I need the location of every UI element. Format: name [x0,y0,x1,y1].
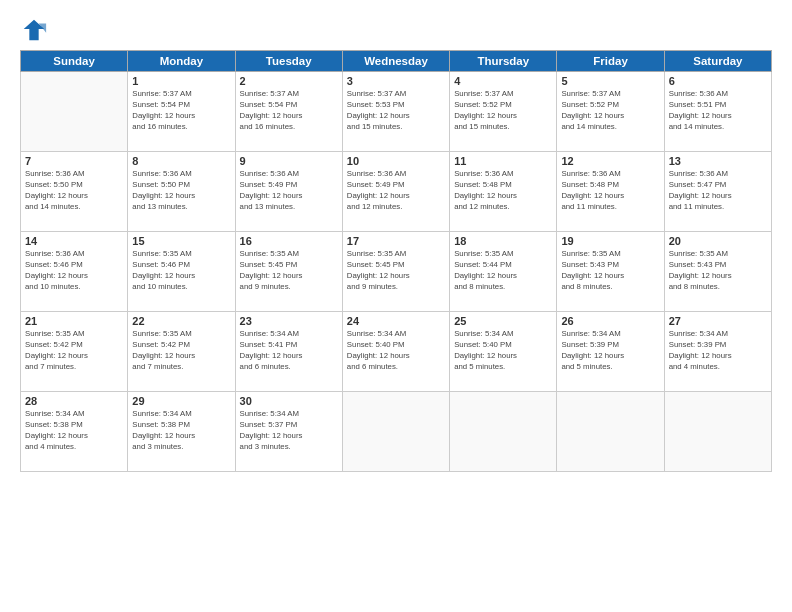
day-number: 28 [25,395,123,407]
day-info: Sunrise: 5:34 AM Sunset: 5:40 PM Dayligh… [454,329,552,373]
calendar-cell: 8Sunrise: 5:36 AM Sunset: 5:50 PM Daylig… [128,152,235,232]
calendar-cell: 5Sunrise: 5:37 AM Sunset: 5:52 PM Daylig… [557,72,664,152]
day-info: Sunrise: 5:37 AM Sunset: 5:52 PM Dayligh… [561,89,659,133]
day-number: 27 [669,315,767,327]
day-number: 16 [240,235,338,247]
logo-icon [20,16,48,44]
week-row-4: 21Sunrise: 5:35 AM Sunset: 5:42 PM Dayli… [21,312,772,392]
day-info: Sunrise: 5:36 AM Sunset: 5:47 PM Dayligh… [669,169,767,213]
day-info: Sunrise: 5:36 AM Sunset: 5:48 PM Dayligh… [561,169,659,213]
weekday-header-friday: Friday [557,51,664,72]
day-info: Sunrise: 5:36 AM Sunset: 5:49 PM Dayligh… [240,169,338,213]
day-number: 17 [347,235,445,247]
day-number: 25 [454,315,552,327]
day-number: 13 [669,155,767,167]
calendar-cell [664,392,771,472]
calendar-cell: 27Sunrise: 5:34 AM Sunset: 5:39 PM Dayli… [664,312,771,392]
day-info: Sunrise: 5:34 AM Sunset: 5:41 PM Dayligh… [240,329,338,373]
day-info: Sunrise: 5:36 AM Sunset: 5:51 PM Dayligh… [669,89,767,133]
weekday-header-sunday: Sunday [21,51,128,72]
calendar-cell: 24Sunrise: 5:34 AM Sunset: 5:40 PM Dayli… [342,312,449,392]
weekday-header-saturday: Saturday [664,51,771,72]
weekday-header-thursday: Thursday [450,51,557,72]
calendar-cell: 17Sunrise: 5:35 AM Sunset: 5:45 PM Dayli… [342,232,449,312]
logo [20,16,52,44]
day-number: 1 [132,75,230,87]
day-number: 10 [347,155,445,167]
calendar: SundayMondayTuesdayWednesdayThursdayFrid… [20,50,772,472]
calendar-cell: 12Sunrise: 5:36 AM Sunset: 5:48 PM Dayli… [557,152,664,232]
day-info: Sunrise: 5:35 AM Sunset: 5:45 PM Dayligh… [347,249,445,293]
day-number: 19 [561,235,659,247]
day-number: 21 [25,315,123,327]
calendar-cell: 13Sunrise: 5:36 AM Sunset: 5:47 PM Dayli… [664,152,771,232]
day-number: 18 [454,235,552,247]
day-number: 24 [347,315,445,327]
day-info: Sunrise: 5:36 AM Sunset: 5:46 PM Dayligh… [25,249,123,293]
week-row-1: 1Sunrise: 5:37 AM Sunset: 5:54 PM Daylig… [21,72,772,152]
day-info: Sunrise: 5:37 AM Sunset: 5:54 PM Dayligh… [132,89,230,133]
day-info: Sunrise: 5:34 AM Sunset: 5:38 PM Dayligh… [25,409,123,453]
calendar-cell: 2Sunrise: 5:37 AM Sunset: 5:54 PM Daylig… [235,72,342,152]
calendar-cell: 20Sunrise: 5:35 AM Sunset: 5:43 PM Dayli… [664,232,771,312]
calendar-cell: 28Sunrise: 5:34 AM Sunset: 5:38 PM Dayli… [21,392,128,472]
day-info: Sunrise: 5:34 AM Sunset: 5:37 PM Dayligh… [240,409,338,453]
page: SundayMondayTuesdayWednesdayThursdayFrid… [0,0,792,612]
day-info: Sunrise: 5:36 AM Sunset: 5:48 PM Dayligh… [454,169,552,213]
day-info: Sunrise: 5:35 AM Sunset: 5:43 PM Dayligh… [561,249,659,293]
weekday-header-row: SundayMondayTuesdayWednesdayThursdayFrid… [21,51,772,72]
day-number: 5 [561,75,659,87]
calendar-cell: 7Sunrise: 5:36 AM Sunset: 5:50 PM Daylig… [21,152,128,232]
day-info: Sunrise: 5:35 AM Sunset: 5:42 PM Dayligh… [25,329,123,373]
calendar-cell: 29Sunrise: 5:34 AM Sunset: 5:38 PM Dayli… [128,392,235,472]
day-info: Sunrise: 5:34 AM Sunset: 5:39 PM Dayligh… [561,329,659,373]
calendar-cell [450,392,557,472]
calendar-cell: 26Sunrise: 5:34 AM Sunset: 5:39 PM Dayli… [557,312,664,392]
day-info: Sunrise: 5:37 AM Sunset: 5:53 PM Dayligh… [347,89,445,133]
calendar-cell: 11Sunrise: 5:36 AM Sunset: 5:48 PM Dayli… [450,152,557,232]
day-info: Sunrise: 5:37 AM Sunset: 5:54 PM Dayligh… [240,89,338,133]
day-number: 2 [240,75,338,87]
day-number: 9 [240,155,338,167]
calendar-cell: 3Sunrise: 5:37 AM Sunset: 5:53 PM Daylig… [342,72,449,152]
day-info: Sunrise: 5:34 AM Sunset: 5:38 PM Dayligh… [132,409,230,453]
calendar-cell: 10Sunrise: 5:36 AM Sunset: 5:49 PM Dayli… [342,152,449,232]
day-number: 20 [669,235,767,247]
weekday-header-wednesday: Wednesday [342,51,449,72]
day-number: 26 [561,315,659,327]
day-number: 29 [132,395,230,407]
header [20,16,772,44]
day-number: 8 [132,155,230,167]
day-number: 14 [25,235,123,247]
calendar-cell [557,392,664,472]
day-number: 15 [132,235,230,247]
weekday-header-monday: Monday [128,51,235,72]
calendar-cell: 6Sunrise: 5:36 AM Sunset: 5:51 PM Daylig… [664,72,771,152]
calendar-cell: 4Sunrise: 5:37 AM Sunset: 5:52 PM Daylig… [450,72,557,152]
calendar-cell [21,72,128,152]
weekday-header-tuesday: Tuesday [235,51,342,72]
day-info: Sunrise: 5:34 AM Sunset: 5:39 PM Dayligh… [669,329,767,373]
calendar-cell: 9Sunrise: 5:36 AM Sunset: 5:49 PM Daylig… [235,152,342,232]
day-number: 6 [669,75,767,87]
day-number: 11 [454,155,552,167]
week-row-5: 28Sunrise: 5:34 AM Sunset: 5:38 PM Dayli… [21,392,772,472]
day-info: Sunrise: 5:35 AM Sunset: 5:45 PM Dayligh… [240,249,338,293]
svg-marker-0 [24,20,45,41]
day-info: Sunrise: 5:34 AM Sunset: 5:40 PM Dayligh… [347,329,445,373]
week-row-3: 14Sunrise: 5:36 AM Sunset: 5:46 PM Dayli… [21,232,772,312]
day-info: Sunrise: 5:35 AM Sunset: 5:44 PM Dayligh… [454,249,552,293]
calendar-cell: 22Sunrise: 5:35 AM Sunset: 5:42 PM Dayli… [128,312,235,392]
day-number: 4 [454,75,552,87]
day-number: 22 [132,315,230,327]
day-number: 30 [240,395,338,407]
calendar-cell: 16Sunrise: 5:35 AM Sunset: 5:45 PM Dayli… [235,232,342,312]
day-info: Sunrise: 5:35 AM Sunset: 5:46 PM Dayligh… [132,249,230,293]
day-number: 7 [25,155,123,167]
day-info: Sunrise: 5:37 AM Sunset: 5:52 PM Dayligh… [454,89,552,133]
day-info: Sunrise: 5:36 AM Sunset: 5:49 PM Dayligh… [347,169,445,213]
day-info: Sunrise: 5:36 AM Sunset: 5:50 PM Dayligh… [132,169,230,213]
calendar-cell: 15Sunrise: 5:35 AM Sunset: 5:46 PM Dayli… [128,232,235,312]
calendar-cell: 1Sunrise: 5:37 AM Sunset: 5:54 PM Daylig… [128,72,235,152]
calendar-cell: 21Sunrise: 5:35 AM Sunset: 5:42 PM Dayli… [21,312,128,392]
